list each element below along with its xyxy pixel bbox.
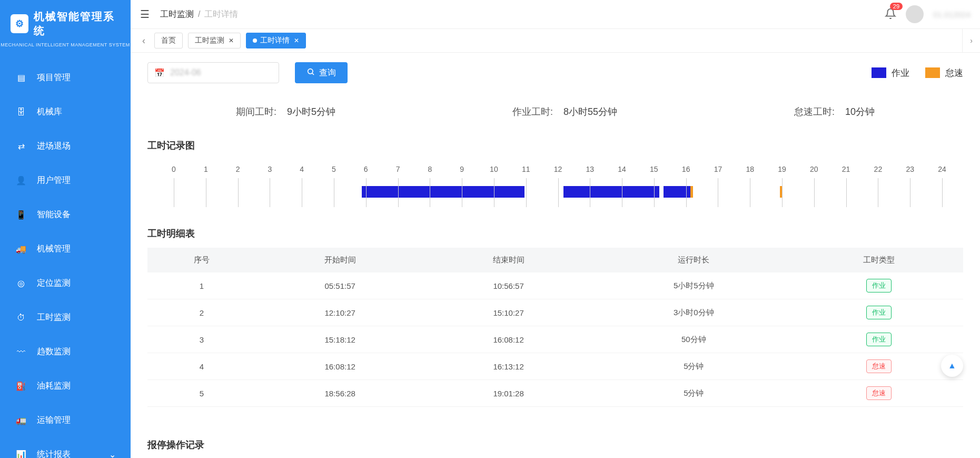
- chart-gridline: [878, 178, 878, 207]
- cell-seq: 2: [147, 299, 256, 326]
- chart-tick-label: 8: [428, 165, 432, 173]
- sidebar-item[interactable]: 👤用户管理: [0, 163, 131, 198]
- sidebar-item[interactable]: 🗄机械库: [0, 95, 131, 129]
- sidebar-item[interactable]: 〰趋数监测: [0, 335, 131, 369]
- nav-icon: ◎: [15, 278, 27, 288]
- type-tag: 作业: [866, 279, 892, 293]
- legend-work-swatch: [872, 67, 886, 78]
- chart-tick-label: 7: [396, 165, 400, 173]
- main: ☰ 工时监测 / 工时详情 29 01.012024 ‹ 首页工时监测✕工时详情…: [131, 0, 980, 458]
- cell-dur: 5分钟: [593, 380, 795, 407]
- brand-subtitle: MECHANICAL INTELLIGENT MANAGEMENT SYSTEM: [0, 42, 131, 47]
- scroll-top-button[interactable]: ▲: [941, 355, 963, 377]
- breadcrumb-leaf: 工时详情: [204, 9, 238, 20]
- type-tag: 作业: [866, 306, 892, 319]
- cell-start: 18:56:28: [256, 380, 424, 407]
- legend-work-label: 作业: [892, 67, 909, 79]
- tabs-scroll-right[interactable]: ›: [962, 29, 980, 52]
- brand-title: 机械智能管理系统: [34, 9, 120, 38]
- table-header: 结束时间: [424, 248, 593, 272]
- cell-end: 19:01:28: [424, 380, 593, 407]
- tab[interactable]: 工时监测✕: [188, 33, 241, 48]
- timeline-chart: 0123456789101112131415161718192021222324: [147, 160, 963, 212]
- sidebar-item-label: 机械管理: [37, 243, 71, 255]
- legend-idle-label: 怠速: [945, 67, 963, 79]
- cell-dur: 5分钟: [593, 353, 795, 380]
- cell-start: 05:51:57: [256, 272, 424, 299]
- sidebar-item[interactable]: ⏱工时监测: [0, 300, 131, 335]
- chart-tick-label: 24: [938, 165, 946, 173]
- tab[interactable]: 工时详情✕: [246, 33, 306, 48]
- chart-gridline: [462, 178, 462, 207]
- breadcrumb-sep: /: [198, 9, 200, 19]
- brand: ⚙ 机械智能管理系统: [0, 0, 131, 42]
- query-button[interactable]: 查询: [295, 62, 348, 83]
- chart-tick-label: 11: [522, 165, 530, 173]
- sidebar-item[interactable]: ⛽油耗监测: [0, 369, 131, 403]
- section-title-table: 工时明细表: [147, 227, 963, 240]
- chart-tick-label: 12: [554, 165, 562, 173]
- chart-tick-label: 21: [842, 165, 850, 173]
- cell-seq: 5: [147, 380, 256, 407]
- chart-gridline: [718, 178, 718, 207]
- sidebar-item-label: 统计报表: [37, 449, 71, 458]
- date-picker[interactable]: 📅 2024-06: [147, 62, 279, 83]
- chart-gridline: [686, 178, 687, 207]
- sidebar-item[interactable]: 📱智能设备: [0, 198, 131, 232]
- chart-gridline: [398, 178, 399, 207]
- cell-type: 作业: [795, 272, 963, 299]
- sidebar-item-label: 运输管理: [37, 415, 71, 426]
- query-row: 📅 2024-06 查询 作业 怠速: [147, 62, 963, 83]
- type-tag: 怠速: [866, 359, 892, 373]
- tab[interactable]: 首页: [154, 33, 183, 48]
- topbar: ☰ 工时监测 / 工时详情 29 01.012024: [131, 0, 980, 29]
- legend-work: 作业: [872, 67, 909, 79]
- sidebar-item-label: 工时监测: [37, 312, 71, 323]
- sidebar-item-label: 趋数监测: [37, 346, 71, 357]
- menu-toggle-icon[interactable]: ☰: [140, 8, 150, 21]
- nav-icon: 📊: [15, 450, 27, 458]
- chart-gridline: [622, 178, 622, 207]
- table-row: 2 12:10:27 15:10:27 3小时0分钟 作业: [147, 299, 963, 326]
- sidebar-item[interactable]: 🚛运输管理: [0, 403, 131, 437]
- chart-tick-label: 0: [172, 165, 176, 173]
- sidebar-item[interactable]: 🚚机械管理: [0, 232, 131, 266]
- cell-end: 16:08:12: [424, 326, 593, 353]
- sidebar: ⚙ 机械智能管理系统 MECHANICAL INTELLIGENT MANAGE…: [0, 0, 131, 458]
- sidebar-item[interactable]: 📊统计报表⌄: [0, 437, 131, 458]
- chart-gridline: [174, 178, 174, 207]
- chart-gridline: [270, 178, 270, 207]
- chart-gridline: [942, 178, 943, 207]
- sidebar-item-label: 机械库: [37, 106, 62, 118]
- section-title-ops: 报停操作记录: [147, 438, 963, 451]
- nav-icon: 🚚: [15, 244, 27, 254]
- chart-gridline: [846, 178, 847, 207]
- notifications-badge: 29: [890, 3, 903, 10]
- chart-segment: [563, 186, 659, 198]
- cell-end: 16:13:12: [424, 353, 593, 380]
- avatar[interactable]: [906, 5, 924, 23]
- chart-segment: [362, 186, 524, 198]
- nav-icon: ⇄: [15, 141, 27, 151]
- sidebar-item[interactable]: ▤项目管理: [0, 61, 131, 95]
- tabs-scroll-left[interactable]: ‹: [136, 35, 152, 46]
- cell-end: 15:10:27: [424, 299, 593, 326]
- chart-tick-label: 22: [874, 165, 883, 173]
- chart-gridline: [238, 178, 239, 207]
- nav-icon: 〰: [15, 347, 27, 357]
- cell-dur: 3小时0分钟: [593, 299, 795, 326]
- nav-icon: ⏱: [15, 313, 27, 323]
- cell-dur: 5小时5分钟: [593, 272, 795, 299]
- user-name[interactable]: 01.012024: [933, 10, 971, 19]
- cell-start: 16:08:12: [256, 353, 424, 380]
- close-icon[interactable]: ✕: [294, 37, 299, 44]
- sidebar-item[interactable]: ◎定位监测: [0, 266, 131, 300]
- close-icon[interactable]: ✕: [229, 37, 234, 44]
- breadcrumb-root[interactable]: 工时监测: [160, 9, 194, 20]
- legend-idle-swatch: [925, 67, 940, 78]
- chart-gridline: [782, 178, 783, 207]
- sidebar-item[interactable]: ⇄进场退场: [0, 129, 131, 163]
- notifications-button[interactable]: 29: [885, 8, 896, 21]
- date-value: 2024-06: [170, 68, 201, 77]
- svg-point-0: [308, 69, 313, 74]
